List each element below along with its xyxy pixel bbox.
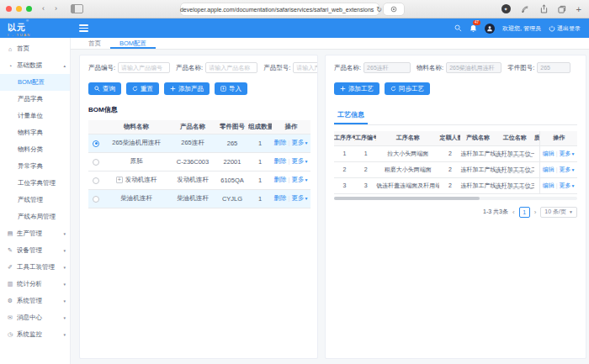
table-row[interactable]: 原胚 C-236C003 22001 1 删除|更多▼ [88,152,310,171]
more-link[interactable]: 更多 [560,166,571,172]
reader-icon[interactable] [521,5,530,13]
import-button[interactable]: 导入 [215,82,247,95]
table-row[interactable]: 2 2 粗磨大小头两端面 2 连杆加工产线 连杆加工工位二 编辑|更多▼ [334,161,577,177]
app-logo[interactable]: 以元® I - YUAN [0,19,71,37]
logout-button[interactable]: 退出登录 [549,24,581,33]
row-radio[interactable] [93,159,99,166]
product-model-input[interactable] [293,62,318,73]
sidebar-item-units[interactable]: 计量单位 [0,108,70,124]
table-row[interactable]: +发动机连杆 发动机连杆 6105QA 1 删除|更多▼ [88,171,310,189]
sidebar-toggle-icon[interactable] [71,4,83,13]
scrollbar-thumb[interactable] [334,197,480,200]
process-info-tab[interactable]: 工艺信息 [334,110,368,124]
row-radio[interactable] [93,196,99,203]
product-code-input[interactable] [118,62,170,73]
sidebar-item-bom-config[interactable]: BOM配置 [0,74,70,91]
tab-bom-config[interactable]: BOM配置 [110,38,156,49]
product-name-input[interactable] [205,62,257,73]
home-icon: ⌂ [7,46,13,52]
sidebar-group-basic-data[interactable]: ◔基础数据▴ [0,57,70,74]
notification-bell[interactable]: 47 [470,24,477,33]
logo-reg-mark: ® [26,18,29,23]
sidebar-group-messages[interactable]: ✉消息中心▾ [0,309,70,326]
forward-button[interactable]: › [50,3,61,14]
table-row[interactable]: 265柴油机用连杆 265连杆 265 1 删除|更多▼ [88,134,310,152]
product-name-label: 产品名称: [334,64,361,72]
table-row[interactable]: 柴油机连杆 柴油机连杆 CYJLG 1 删除|更多▼ [88,189,310,208]
sidebar-group-tooling[interactable]: ✐工具工装管理▾ [0,259,70,276]
more-link[interactable]: 更多 [292,157,305,165]
add-product-button[interactable]: 添加产品 [164,82,210,95]
bom-table: 物料名称 产品名称 零件图号 组成数量 操作 265柴油机用连杆 265连杆 [88,120,310,208]
sidebar-group-production[interactable]: ▤生产管理▾ [0,225,70,242]
sidebar-item-station-dict[interactable]: 工位字典管理 [0,175,70,192]
close-window-button[interactable] [6,6,12,12]
url-text: developer.apple.com/documentation/safari… [180,7,374,13]
search-icon[interactable] [454,24,462,32]
chevron-down-icon: ▼ [571,183,576,188]
reset-button[interactable]: 重置 [126,82,159,95]
tab-home[interactable]: 首页 [79,38,110,49]
next-page-button[interactable]: › [534,208,537,216]
add-process-button[interactable]: 添加工艺 [334,82,379,95]
part-number-label: 零件图号: [507,64,534,72]
address-bar[interactable]: developer.apple.com/documentation/safari… [181,3,379,15]
table-row[interactable]: 1 1 拉大小头两端面 2 连杆加工产线 连杆加工工位一 编辑|更多▼ [334,145,577,161]
col-station-name: 工位名称 [496,131,534,145]
sidebar-item-exception-dict[interactable]: 异常字典 [0,158,70,175]
expand-row-icon[interactable]: + [116,177,123,183]
more-link[interactable]: 更多 [292,176,305,183]
back-button[interactable]: ‹ [38,3,49,14]
sidebar-item-line-mgmt[interactable]: 产线管理 [0,192,70,208]
product-name-label: 产品名称: [176,64,203,72]
sidebar-group-statistics[interactable]: ▥统计分析▾ [0,276,70,293]
chevron-down-icon: ▼ [305,177,309,182]
prev-page-button[interactable]: ‹ [512,208,515,216]
extension-pill-button[interactable] [384,3,404,15]
chevron-down-icon: ▼ [571,167,576,172]
part-number-field [537,62,570,73]
more-link[interactable]: 更多 [292,139,305,146]
horizontal-scrollbar[interactable] [334,197,577,200]
sidebar-item-product-dict[interactable]: 产品字典 [0,91,70,108]
delete-link[interactable]: 删除 [274,194,287,202]
sidebar-item-material-category[interactable]: 物料分类 [0,141,70,158]
edit-link[interactable]: 编辑 [543,166,555,172]
sidebar-group-equipment[interactable]: ✎设备管理▾ [0,242,70,259]
share-icon[interactable] [540,4,548,13]
zoom-window-button[interactable] [26,6,32,12]
sidebar-item-home[interactable]: ⌂首页 [0,40,70,57]
current-page-button[interactable]: 1 [519,207,530,218]
edit-link[interactable]: 编辑 [543,182,555,188]
more-link[interactable]: 更多 [560,182,571,188]
sidebar-group-monitoring[interactable]: ◷系统监控▾ [0,326,70,343]
chevron-up-icon: ▴ [63,63,66,68]
delete-link[interactable]: 删除 [274,139,287,146]
sidebar-group-system[interactable]: ⚙系统管理▾ [0,293,70,309]
extension-icon[interactable]: ✦ [501,4,511,13]
search-button[interactable]: 查询 [88,82,121,95]
avatar[interactable] [485,24,495,34]
sync-process-button[interactable]: 同步工艺 [385,82,430,95]
row-radio[interactable] [93,177,99,184]
notification-badge: 47 [473,20,480,26]
col-actions: 操作 [540,131,577,145]
process-table: 工序序号 工序编号 工序名称 定额人数 产线名称 工位名称 质检 操作 1 [334,131,577,194]
new-tab-icon[interactable]: + [576,4,581,14]
more-link[interactable]: 更多 [560,150,571,156]
col-staff-quota: 定额人数 [439,131,460,145]
delete-link[interactable]: 删除 [274,157,287,165]
minimize-window-button[interactable] [16,6,22,12]
row-radio[interactable] [93,140,99,147]
table-row[interactable]: 3 3 铣连杆盖连端面及杆用端面倒角 2 连杆加工产线 连杆加工工位三 编辑|更… [334,177,577,193]
delete-link[interactable]: 删除 [274,176,287,183]
tab-overview-icon[interactable] [558,5,566,13]
sidebar-item-material-dict[interactable]: 物料字典 [0,124,70,141]
sidebar-item-line-layout[interactable]: 产线布局管理 [0,208,70,225]
edit-link[interactable]: 编辑 [543,150,555,156]
menu-collapse-icon[interactable] [79,24,88,32]
page-size-select[interactable]: 10 条/页▼ [540,207,577,218]
sync-icon [390,86,396,92]
more-link[interactable]: 更多 [292,194,305,202]
reload-icon[interactable]: ↻ [376,6,382,13]
